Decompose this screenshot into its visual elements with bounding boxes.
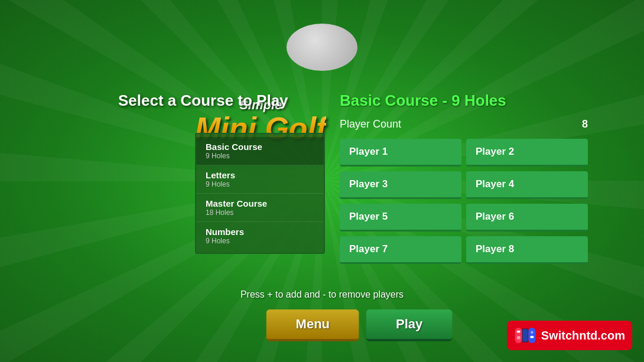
svg-rect-0 xyxy=(515,328,522,343)
player-btn-1[interactable]: Player 1 xyxy=(340,139,461,167)
svg-point-6 xyxy=(531,331,534,334)
svg-rect-4 xyxy=(522,329,528,341)
course-holes-3: 9 Holes xyxy=(206,237,314,245)
svg-point-2 xyxy=(516,336,520,340)
detail-panel: Basic Course - 9 Holes Player Count 8 Pl… xyxy=(340,92,588,264)
svg-rect-1 xyxy=(516,331,520,333)
player-btn-7[interactable]: Player 7 xyxy=(340,236,461,264)
course-item-2[interactable]: Master Course 18 Holes xyxy=(196,194,324,222)
player-btn-5[interactable]: Player 5 xyxy=(340,204,461,231)
course-holes-1: 9 Holes xyxy=(206,180,314,188)
player-btn-4[interactable]: Player 4 xyxy=(466,171,588,199)
bottom-buttons: Menu Play xyxy=(266,309,453,341)
menu-button[interactable]: Menu xyxy=(266,309,359,341)
player-count-value: 8 xyxy=(582,118,588,131)
players-grid: Player 1Player 2Player 3Player 4Player 5… xyxy=(340,139,588,264)
svg-rect-7 xyxy=(530,336,534,338)
course-name-1: Letters xyxy=(206,170,314,180)
course-list-panel: Basic Course 9 Holes Letters 9 Holes Mas… xyxy=(195,133,325,254)
course-name-0: Basic Course xyxy=(206,142,314,152)
player-count-label: Player Count xyxy=(340,118,401,131)
course-holes-2: 18 Holes xyxy=(206,208,314,217)
play-button[interactable]: Play xyxy=(366,309,452,341)
select-course-title: Select a Course to Play xyxy=(118,92,288,110)
course-detail-title: Basic Course - 9 Holes xyxy=(340,92,588,110)
course-holes-0: 9 Holes xyxy=(206,152,314,160)
course-item-1[interactable]: Letters 9 Holes xyxy=(196,165,324,194)
player-btn-6[interactable]: Player 6 xyxy=(466,204,588,231)
player-btn-3[interactable]: Player 3 xyxy=(340,171,461,199)
course-item-0[interactable]: Basic Course 9 Holes xyxy=(196,137,324,165)
player-btn-8[interactable]: Player 8 xyxy=(466,236,588,264)
golf-ball xyxy=(287,24,357,71)
player-btn-2[interactable]: Player 2 xyxy=(466,139,588,167)
course-name-3: Numbers xyxy=(206,227,314,237)
hint-text: Press + to add and - to remove players xyxy=(0,289,644,300)
switchntd-badge: Switchntd.com xyxy=(507,321,632,350)
switch-icon xyxy=(514,324,536,347)
course-name-2: Master Course xyxy=(206,198,314,208)
svg-rect-5 xyxy=(528,328,535,343)
player-count-row: Player Count 8 xyxy=(340,118,588,131)
switchntd-label: Switchntd.com xyxy=(541,329,625,343)
course-item-3[interactable]: Numbers 9 Holes xyxy=(196,222,324,250)
